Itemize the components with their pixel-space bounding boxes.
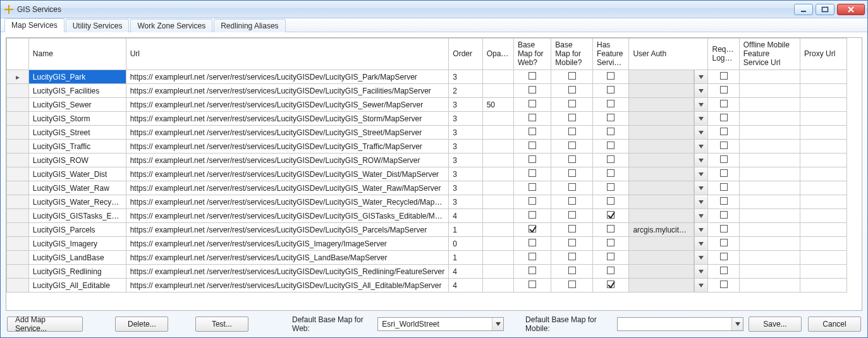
checkbox[interactable]: [568, 100, 576, 107]
table-row[interactable]: LucityGIS_LandBasehttps:// exampleurl.ne…: [7, 251, 847, 265]
cell-base-web[interactable]: [513, 126, 551, 140]
cell-require-logon[interactable]: [708, 223, 739, 237]
cell-url[interactable]: https:// exampleurl.net /server/rest/ser…: [126, 279, 449, 293]
header-name[interactable]: Name: [28, 39, 126, 70]
tab-redlining-aliases[interactable]: Redlining Aliases: [214, 19, 285, 32]
cell-has-feature[interactable]: [592, 167, 628, 181]
checkbox[interactable]: [568, 72, 576, 80]
cell-base-mobile[interactable]: [551, 195, 593, 209]
checkbox[interactable]: [720, 267, 728, 274]
cell-base-web[interactable]: [513, 98, 551, 112]
checkbox[interactable]: [607, 155, 614, 163]
cell-proxy-url[interactable]: [800, 209, 847, 223]
cell-offline-url[interactable]: [739, 112, 800, 126]
cell-require-logon[interactable]: [708, 154, 739, 167]
cell-opacity[interactable]: [482, 126, 513, 140]
cell-user-auth-dropdown[interactable]: [694, 195, 708, 209]
cell-require-logon[interactable]: [708, 112, 739, 126]
checkbox[interactable]: [720, 86, 728, 94]
checkbox[interactable]: [529, 114, 536, 121]
cell-url[interactable]: https:// exampleurl.net /server/rest/ser…: [126, 112, 449, 126]
cell-base-mobile[interactable]: [551, 154, 593, 167]
cell-opacity[interactable]: [482, 140, 513, 154]
cell-has-feature[interactable]: [592, 237, 628, 251]
cell-base-mobile[interactable]: [551, 265, 593, 279]
checkbox[interactable]: [607, 211, 614, 219]
checkbox[interactable]: [720, 183, 728, 191]
cancel-button[interactable]: Cancel: [808, 317, 861, 332]
checkbox[interactable]: [568, 239, 576, 246]
cell-require-logon[interactable]: [708, 98, 739, 112]
cell-opacity[interactable]: [482, 251, 513, 265]
cell-user-auth[interactable]: [629, 154, 694, 167]
cell-order[interactable]: 4: [449, 265, 482, 279]
cell-base-web[interactable]: [513, 237, 551, 251]
table-row[interactable]: LucityGIS_Water_Rawhttps:// exampleurl.n…: [7, 181, 847, 195]
cell-name[interactable]: LucityGIS_Water_Recycled: [28, 195, 126, 209]
cell-url[interactable]: https:// exampleurl.net /server/rest/ser…: [126, 209, 449, 223]
cell-proxy-url[interactable]: [800, 154, 847, 167]
cell-has-feature[interactable]: [592, 209, 628, 223]
checkbox[interactable]: [568, 155, 576, 163]
cell-order[interactable]: 4: [449, 209, 482, 223]
cell-user-auth[interactable]: [629, 167, 694, 181]
checkbox[interactable]: [720, 225, 728, 232]
cell-user-auth-dropdown[interactable]: [694, 126, 708, 140]
cell-base-web[interactable]: [513, 84, 551, 98]
cell-order[interactable]: 3: [449, 70, 482, 84]
cell-user-auth-dropdown[interactable]: [694, 112, 708, 126]
cell-base-web[interactable]: [513, 140, 551, 154]
cell-order[interactable]: 3: [449, 126, 482, 140]
cell-name[interactable]: LucityGIS_ROW: [28, 154, 126, 167]
cell-proxy-url[interactable]: [800, 223, 847, 237]
cell-order[interactable]: 1: [449, 223, 482, 237]
cell-has-feature[interactable]: [592, 126, 628, 140]
cell-order[interactable]: 3: [449, 167, 482, 181]
cell-offline-url[interactable]: [739, 223, 800, 237]
cell-user-auth-dropdown[interactable]: [694, 251, 708, 265]
checkbox[interactable]: [607, 225, 614, 232]
cell-require-logon[interactable]: [708, 237, 739, 251]
cell-require-logon[interactable]: [708, 209, 739, 223]
checkbox[interactable]: [529, 239, 536, 246]
cell-require-logon[interactable]: [708, 167, 739, 181]
table-row[interactable]: LucityGIS_Redlininghttps:// exampleurl.n…: [7, 265, 847, 279]
cell-user-auth[interactable]: [629, 195, 694, 209]
checkbox[interactable]: [529, 183, 536, 191]
add-map-service-button[interactable]: Add Map Service...: [7, 317, 83, 332]
cell-url[interactable]: https:// exampleurl.net /server/rest/ser…: [126, 154, 449, 167]
cell-offline-url[interactable]: [739, 154, 800, 167]
checkbox[interactable]: [529, 267, 536, 274]
cell-base-mobile[interactable]: [551, 126, 593, 140]
cell-opacity[interactable]: [482, 195, 513, 209]
cell-offline-url[interactable]: [739, 126, 800, 140]
cell-require-logon[interactable]: [708, 251, 739, 265]
checkbox[interactable]: [720, 169, 728, 177]
cell-proxy-url[interactable]: [800, 195, 847, 209]
test-button[interactable]: Test...: [195, 317, 248, 332]
cell-user-auth[interactable]: [629, 140, 694, 154]
checkbox[interactable]: [720, 72, 728, 80]
cell-url[interactable]: https:// exampleurl.net /server/rest/ser…: [126, 223, 449, 237]
cell-base-mobile[interactable]: [551, 98, 593, 112]
cell-user-auth-dropdown[interactable]: [694, 140, 708, 154]
cell-name[interactable]: LucityGIS_GISTasks_Edita: [28, 209, 126, 223]
cell-has-feature[interactable]: [592, 279, 628, 293]
tab-map-services[interactable]: Map Services: [4, 18, 64, 32]
cell-offline-url[interactable]: [739, 251, 800, 265]
checkbox[interactable]: [529, 72, 536, 80]
cell-name[interactable]: LucityGIS_Sewer: [28, 98, 126, 112]
delete-button[interactable]: Delete...: [115, 317, 168, 332]
table-row[interactable]: LucityGIS_Facilitieshttps:// exampleurl.…: [7, 84, 847, 98]
cell-base-mobile[interactable]: [551, 251, 593, 265]
cell-base-web[interactable]: [513, 112, 551, 126]
checkbox[interactable]: [720, 197, 728, 205]
cell-user-auth[interactable]: [629, 251, 694, 265]
checkbox[interactable]: [568, 183, 576, 191]
cell-name[interactable]: LucityGIS_Water_Dist: [28, 167, 126, 181]
cell-offline-url[interactable]: [739, 265, 800, 279]
cell-require-logon[interactable]: [708, 126, 739, 140]
cell-proxy-url[interactable]: [800, 70, 847, 84]
save-button[interactable]: Save...: [749, 317, 802, 332]
cell-base-web[interactable]: [513, 70, 551, 84]
